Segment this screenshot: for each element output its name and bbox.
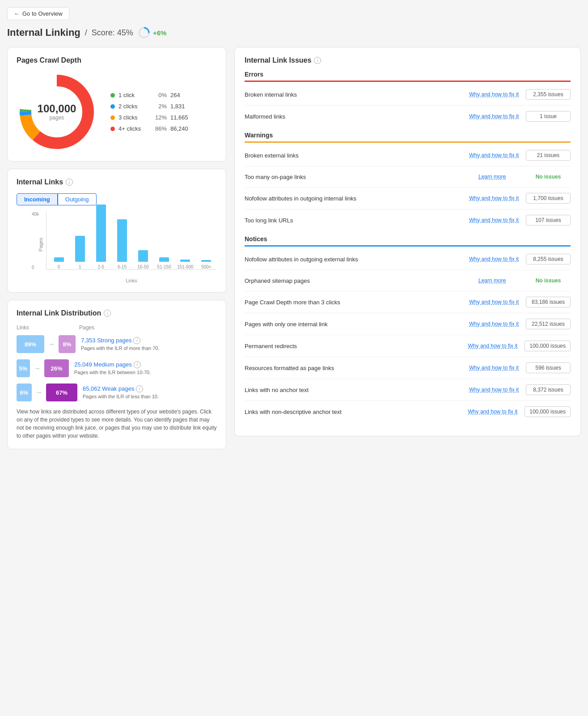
bar-group-500plus: 500+ — [198, 260, 215, 269]
back-button-label: Go to Overview — [22, 10, 63, 17]
right-column: Internal Link Issues i Errors Broken int… — [234, 47, 581, 449]
legend-label-1click: 1 click — [118, 92, 148, 98]
dist-links-bar-weak: 6% — [17, 384, 32, 401]
legend-item-2clicks: 2 clicks 2% 1,831 — [110, 103, 188, 110]
distribution-footer: View how links are distributed across di… — [17, 408, 217, 440]
dist-row-weak: 6% → 67% 65,062 Weak pages i Pages with … — [17, 384, 217, 401]
issue-link-permanent-redirect[interactable]: Why and how to fix it — [468, 342, 518, 350]
issue-badge-permanent-redirect[interactable]: 100,000 issues — [525, 341, 571, 351]
issue-row-resources-formatted: Resources formatted as page links Why an… — [245, 357, 571, 379]
issue-link-malformed[interactable]: Why and how to fix it — [469, 113, 519, 120]
dist-weak-desc: Pages with the ILR of less than 10. — [83, 393, 159, 400]
bar-group-1: 1 — [71, 236, 89, 269]
issues-card: Internal Link Issues i Errors Broken int… — [234, 47, 581, 436]
bar-group-6-15: 6-15 — [113, 219, 131, 269]
strong-pages-info-icon[interactable]: i — [133, 337, 140, 344]
dist-pages-bar-strong: 8% — [59, 335, 76, 353]
issue-badge-broken-internal[interactable]: 2,355 issues — [526, 89, 571, 100]
issue-badge-no-anchor[interactable]: 8,372 issues — [526, 384, 571, 395]
issue-link-too-many[interactable]: Learn more — [478, 173, 519, 181]
issue-link-long-url[interactable]: Why and how to fix it — [469, 217, 519, 224]
tab-outgoing[interactable]: Outgoing — [58, 193, 97, 205]
page-title-text: Internal Linking — [7, 27, 80, 38]
issue-name-broken-internal: Broken internal links — [245, 91, 462, 98]
crawl-depth-legend: 1 click 0% 264 2 clicks 2% 1,831 3 click… — [110, 92, 188, 132]
legend-dot-2clicks — [110, 104, 115, 109]
issue-link-broken-external[interactable]: Why and how to fix it — [469, 152, 519, 159]
warnings-header: Warnings — [245, 132, 571, 141]
errors-section: Errors Broken internal links Why and how… — [245, 71, 571, 127]
issue-link-nofollow-internal[interactable]: Why and how to fix it — [469, 195, 519, 202]
tab-incoming[interactable]: Incoming — [17, 193, 58, 205]
issue-link-no-anchor[interactable]: Why and how to fix it — [469, 386, 519, 394]
issue-row-broken-internal: Broken internal links Why and how to fix… — [245, 84, 571, 106]
donut-center-value: 100,000 — [38, 103, 76, 115]
dist-medium-desc: Pages with the ILR between 10-70. — [74, 369, 151, 375]
medium-pages-info-icon[interactable]: i — [134, 361, 141, 368]
bar-51-150 — [159, 257, 169, 262]
bar-500plus — [201, 260, 211, 262]
internal-links-info-icon[interactable]: i — [66, 179, 73, 186]
score-change: +6% — [153, 29, 166, 37]
issue-badge-long-url[interactable]: 107 issues — [526, 215, 571, 226]
issue-link-nofollow-external[interactable]: Why and how to fix it — [469, 256, 519, 263]
bar-group-51-150: 51-150 — [156, 257, 173, 269]
bar-151-500 — [180, 260, 190, 262]
issue-badge-resources-formatted[interactable]: 596 issues — [526, 362, 571, 373]
dist-pages-bar-medium: 26% — [44, 359, 69, 377]
issue-badge-broken-external[interactable]: 21 issues — [526, 150, 571, 161]
distribution-info-icon[interactable]: i — [104, 310, 111, 317]
issue-badge-crawl-depth[interactable]: 83,186 issues — [526, 297, 571, 307]
issue-link-broken-internal[interactable]: Why and how to fix it — [469, 91, 519, 98]
issue-row-crawl-depth: Page Crawl Depth more than 3 clicks Why … — [245, 291, 571, 313]
issue-link-orphaned[interactable]: Learn more — [478, 277, 519, 285]
warnings-divider — [245, 141, 571, 143]
issues-info-icon[interactable]: i — [314, 57, 321, 64]
issue-name-too-many: Too many on-page links — [245, 174, 471, 180]
legend-pct-3clicks: 12% — [151, 114, 167, 121]
issue-badge-nofollow-internal[interactable]: 1,700 issues — [526, 193, 571, 204]
issue-link-one-internal[interactable]: Why and how to fix it — [469, 320, 519, 328]
legend-dot-4clicks — [110, 127, 115, 131]
dist-medium-title[interactable]: 25,049 Medium pages i — [74, 361, 151, 368]
issue-row-no-anchor: Links with no anchor text Why and how to… — [245, 379, 571, 401]
bar-1 — [75, 236, 85, 262]
issue-link-resources-formatted[interactable]: Why and how to fix it — [469, 364, 519, 372]
issue-row-permanent-redirect: Permanent redirects Why and how to fix i… — [245, 335, 571, 357]
back-button[interactable]: ← Go to Overview — [7, 7, 69, 20]
dist-links-bar-strong: 89% — [17, 335, 44, 353]
issue-badge-malformed[interactable]: 1 issue — [526, 111, 571, 122]
dist-row-strong: 89% → 8% 7,353 Strong pages i Pages with… — [17, 335, 217, 353]
issue-name-resources-formatted: Resources formatted as page links — [245, 365, 462, 371]
issue-name-broken-external: Broken external links — [245, 152, 462, 159]
dist-weak-title[interactable]: 65,062 Weak pages i — [83, 385, 159, 392]
dist-pages-bar-weak: 67% — [46, 384, 77, 401]
issue-badge-one-internal[interactable]: 22,512 issues — [526, 319, 571, 329]
issue-link-crawl-depth[interactable]: Why and how to fix it — [469, 298, 519, 306]
x-axis-label: Links — [46, 278, 217, 283]
issue-name-permanent-redirect: Permanent redirects — [245, 343, 461, 349]
dist-strong-title[interactable]: 7,353 Strong pages i — [81, 337, 160, 344]
errors-divider — [245, 81, 571, 82]
donut-center: 100,000 pages — [38, 103, 76, 121]
legend-label-4clicks: 4+ clicks — [118, 125, 148, 132]
bar-6-15 — [117, 219, 127, 262]
legend-count-1click: 264 — [170, 92, 180, 98]
issue-row-long-url: Too long link URLs Why and how to fix it… — [245, 209, 571, 231]
issue-badge-nofollow-external[interactable]: 8,255 issues — [526, 254, 571, 264]
issue-badge-nondescript-anchor[interactable]: 100,000 issues — [525, 406, 571, 417]
dist-links-bar-medium: 5% — [17, 359, 30, 377]
weak-pages-info-icon[interactable]: i — [136, 385, 143, 392]
score-separator: / — [85, 28, 87, 38]
legend-count-3clicks: 11,665 — [170, 114, 188, 121]
dist-info-strong: 7,353 Strong pages i Pages with the ILR … — [81, 337, 160, 351]
bar-group-16-50: 16-50 — [135, 250, 152, 269]
legend-dot-3clicks — [110, 115, 115, 120]
issue-row-one-internal: Pages with only one internal link Why an… — [245, 313, 571, 335]
issue-link-nondescript-anchor[interactable]: Why and how to fix it — [468, 408, 518, 416]
bar-group-2-5: 2-5 — [92, 205, 110, 269]
dist-info-medium: 25,049 Medium pages i Pages with the ILR… — [74, 361, 151, 375]
main-layout: Pages Crawl Depth 1 — [7, 47, 581, 449]
issue-row-too-many: Too many on-page links Learn more No iss… — [245, 166, 571, 188]
legend-item-3clicks: 3 clicks 12% 11,665 — [110, 114, 188, 121]
